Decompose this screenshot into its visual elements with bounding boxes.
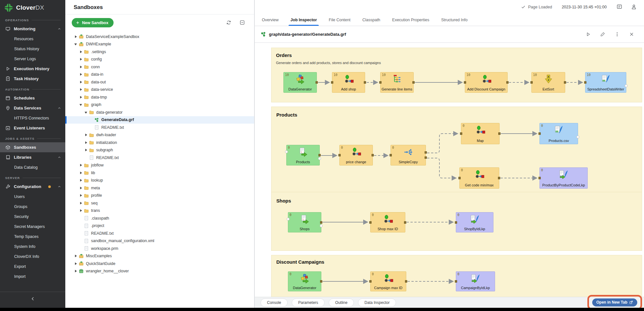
tree-row-sandbox[interactable]: DataServiceExampleSandbox — [65, 33, 254, 41]
component-extsort[interactable]: 10 ExtSort — [531, 72, 565, 93]
sidebar-item-secret-managers[interactable]: Secret Managers — [0, 221, 65, 231]
sidebar-item-libraries[interactable]: Libraries — [0, 152, 65, 162]
component-datagenerator[interactable]: 0 DataGenerator — [288, 271, 321, 291]
collapse-all-icon[interactable] — [239, 20, 245, 25]
tree-row-sandbox[interactable]: MiscExamples — [65, 252, 254, 260]
expand-chevron-icon[interactable] — [74, 262, 78, 265]
sidebar-item-configuration[interactable]: Configuration — [0, 182, 65, 192]
tree-row-file[interactable]: workspace.prm — [65, 245, 254, 252]
expand-chevron-icon[interactable] — [84, 133, 88, 137]
refresh-icon[interactable] — [226, 20, 232, 25]
tree-row-folder[interactable]: jobflow — [65, 162, 254, 169]
tree-row-sandbox[interactable]: DWHExample — [65, 41, 254, 48]
sidebar-item-resources[interactable]: Resources — [0, 34, 65, 44]
expand-chevron-icon[interactable] — [79, 80, 83, 84]
sidebar-item-security[interactable]: Security — [0, 212, 65, 221]
sidebar-item-server-logs[interactable]: Server Logs — [0, 54, 65, 64]
expand-chevron-icon[interactable] — [79, 95, 83, 99]
chevron-up-icon[interactable] — [57, 106, 61, 110]
sidebar-item-export[interactable]: Export — [0, 261, 65, 271]
tree-row-folder[interactable]: seq — [65, 199, 254, 207]
component-map[interactable]: 0 Map — [461, 123, 500, 144]
data-inspector-button[interactable]: Data Inspector — [358, 298, 396, 307]
expand-chevron-icon[interactable] — [74, 35, 78, 38]
tree-row-folder[interactable]: lib — [65, 169, 254, 177]
collapse-chevron-icon[interactable] — [79, 103, 83, 107]
expand-chevron-icon[interactable] — [79, 194, 83, 197]
chevron-up-icon[interactable] — [57, 27, 61, 31]
component-add-shop[interactable]: 10 Add shop — [332, 72, 365, 93]
tree-row-folder[interactable]: lookup — [65, 177, 254, 184]
sidebar-item-data-catalog[interactable]: Data Catalog — [0, 162, 65, 172]
expand-chevron-icon[interactable] — [79, 50, 83, 53]
tree-row-folder[interactable]: data-service — [65, 86, 254, 94]
tab-overview[interactable]: Overview — [262, 14, 279, 26]
tree-row-folder[interactable]: data-tmp — [65, 93, 254, 101]
user-account-icon[interactable] — [631, 4, 637, 10]
tree-row-file[interactable]: .classpath — [65, 214, 254, 222]
component-products-csv-writer[interactable]: 0 Products.csv — [539, 123, 578, 144]
component-shop-max-id[interactable]: 0 Shop max ID — [370, 212, 405, 232]
tree-row-folder[interactable]: subgraph — [65, 146, 254, 154]
tree-row-file[interactable]: .project — [65, 222, 254, 230]
sidebar-item-event-listeners[interactable]: Event Listeners — [0, 123, 65, 133]
expand-chevron-icon[interactable] — [79, 58, 83, 61]
component-get-code-min-max[interactable]: 0 Get code min/max — [459, 167, 499, 189]
expand-chevron-icon[interactable] — [79, 164, 83, 167]
sidebar-item-data-services[interactable]: Data Services — [0, 103, 65, 113]
collapse-chevron-icon[interactable] — [74, 42, 78, 46]
expand-chevron-icon[interactable] — [84, 148, 88, 152]
tree-row-folder[interactable]: graph — [65, 101, 254, 109]
expand-chevron-icon[interactable] — [84, 141, 88, 144]
tree-row-file[interactable]: sandbox_manual_configuration.xml — [65, 237, 254, 245]
component-campaignbyidlkp[interactable]: 0 CampaignByIdLkp — [456, 271, 495, 291]
sidebar-item-task-history[interactable]: Task History — [0, 74, 65, 84]
component-productbyproductcodelkp[interactable]: 0 ProductByProductCodeLkp — [539, 167, 588, 189]
close-icon[interactable] — [629, 32, 634, 37]
tree-row-folder[interactable]: dwh-loader — [65, 131, 254, 139]
tree-row-file[interactable]: README.txt — [65, 124, 254, 131]
component-simplecopy[interactable]: 0 SimpleCopy — [391, 145, 426, 165]
tree-row-folder[interactable]: .settings — [65, 48, 254, 56]
component-datagenerator[interactable]: 10 DataGenerator — [283, 72, 317, 93]
tree-row-folder[interactable]: initialization — [65, 139, 254, 146]
job-inspector-canvas[interactable]: Orders Generate orders and add products,… — [255, 43, 644, 297]
sidebar-item-import[interactable]: Import — [0, 271, 65, 281]
expand-chevron-icon[interactable] — [74, 254, 78, 258]
expand-chevron-icon[interactable] — [79, 88, 83, 91]
sidebar-item-status-history[interactable]: Status History — [0, 44, 65, 54]
edit-pencil-icon[interactable] — [600, 32, 605, 37]
run-job-icon[interactable] — [585, 32, 591, 37]
sidebar-collapse-button[interactable] — [0, 292, 65, 305]
tree-row-folder[interactable]: data-out — [65, 78, 254, 86]
component-shopbyidlkp[interactable]: 0 ShopByIdLkp — [456, 212, 493, 232]
tree-row-folder[interactable]: conn — [65, 63, 254, 71]
component-campaign-max-id[interactable]: 0 Campaign max ID — [370, 271, 406, 291]
tree-row-sandbox[interactable]: wrangler_home__clover — [65, 268, 254, 275]
expand-chevron-icon[interactable] — [79, 209, 83, 212]
expand-chevron-icon[interactable] — [74, 269, 78, 273]
sidebar-item-groups[interactable]: Groups — [0, 202, 65, 212]
kebab-menu-icon[interactable] — [614, 32, 620, 37]
tree-row-folder[interactable]: data-generator — [65, 108, 254, 116]
sidebar-item-sandboxes[interactable]: Sandboxes — [0, 142, 65, 152]
outline-button[interactable]: Outline — [329, 298, 354, 307]
tab-job-inspector[interactable]: Job Inspector — [290, 14, 317, 26]
tab-classpath[interactable]: Classpath — [362, 14, 380, 26]
tab-execution-properties[interactable]: Execution Properties — [392, 14, 429, 26]
tree-row-file[interactable]: README.txt — [65, 230, 254, 237]
sidebar-item-execution-history[interactable]: Execution History — [0, 64, 65, 74]
chevron-up-icon[interactable] — [57, 155, 61, 159]
tree-row-folder[interactable]: meta — [65, 184, 254, 192]
sidebar-item-users[interactable]: Users — [0, 192, 65, 202]
sidebar-item-schedules[interactable]: Schedules — [0, 93, 65, 103]
sidebar-item-temp-spaces[interactable]: Temp Spaces — [0, 231, 65, 241]
expand-chevron-icon[interactable] — [79, 179, 83, 182]
sidebar-item-monitoring[interactable]: Monitoring — [0, 24, 65, 34]
expand-chevron-icon[interactable] — [79, 65, 83, 69]
component-spreadsheetdatawriter[interactable]: 10 SpreadsheetDataWriter — [585, 72, 626, 93]
component-generate-line-items[interactable]: 10 Generate line items — [380, 72, 414, 93]
expand-chevron-icon[interactable] — [79, 201, 83, 205]
sidebar-item-system-info[interactable]: System Info — [0, 241, 65, 251]
tab-file-content[interactable]: File Content — [329, 14, 350, 26]
